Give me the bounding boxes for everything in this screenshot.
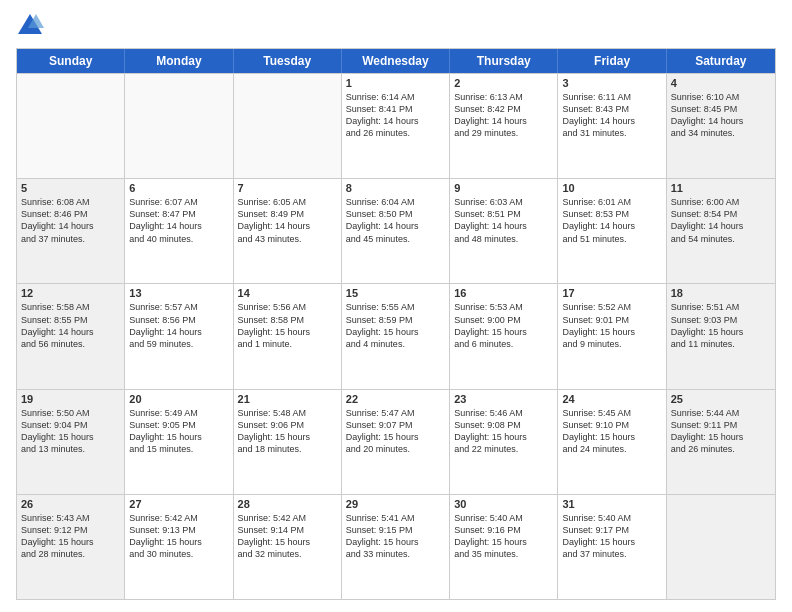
day-info: Sunrise: 6:03 AM Sunset: 8:51 PM Dayligh… [454,196,553,245]
day-cell-4: 4Sunrise: 6:10 AM Sunset: 8:45 PM Daylig… [667,74,775,178]
day-number: 10 [562,182,661,194]
day-info: Sunrise: 5:42 AM Sunset: 9:13 PM Dayligh… [129,512,228,561]
day-cell-26: 26Sunrise: 5:43 AM Sunset: 9:12 PM Dayli… [17,495,125,599]
day-cell-3: 3Sunrise: 6:11 AM Sunset: 8:43 PM Daylig… [558,74,666,178]
day-info: Sunrise: 6:01 AM Sunset: 8:53 PM Dayligh… [562,196,661,245]
day-cell-19: 19Sunrise: 5:50 AM Sunset: 9:04 PM Dayli… [17,390,125,494]
day-number: 13 [129,287,228,299]
day-info: Sunrise: 6:05 AM Sunset: 8:49 PM Dayligh… [238,196,337,245]
day-cell-15: 15Sunrise: 5:55 AM Sunset: 8:59 PM Dayli… [342,284,450,388]
day-info: Sunrise: 5:58 AM Sunset: 8:55 PM Dayligh… [21,301,120,350]
day-cell-28: 28Sunrise: 5:42 AM Sunset: 9:14 PM Dayli… [234,495,342,599]
day-cell-16: 16Sunrise: 5:53 AM Sunset: 9:00 PM Dayli… [450,284,558,388]
col-header-wednesday: Wednesday [342,49,450,73]
day-number: 25 [671,393,771,405]
day-info: Sunrise: 6:11 AM Sunset: 8:43 PM Dayligh… [562,91,661,140]
day-number: 3 [562,77,661,89]
day-cell-12: 12Sunrise: 5:58 AM Sunset: 8:55 PM Dayli… [17,284,125,388]
day-info: Sunrise: 6:07 AM Sunset: 8:47 PM Dayligh… [129,196,228,245]
day-number: 14 [238,287,337,299]
day-info: Sunrise: 5:57 AM Sunset: 8:56 PM Dayligh… [129,301,228,350]
day-info: Sunrise: 5:43 AM Sunset: 9:12 PM Dayligh… [21,512,120,561]
day-cell-13: 13Sunrise: 5:57 AM Sunset: 8:56 PM Dayli… [125,284,233,388]
day-info: Sunrise: 5:56 AM Sunset: 8:58 PM Dayligh… [238,301,337,350]
col-header-tuesday: Tuesday [234,49,342,73]
day-info: Sunrise: 5:51 AM Sunset: 9:03 PM Dayligh… [671,301,771,350]
day-number: 17 [562,287,661,299]
day-number: 29 [346,498,445,510]
day-cell-5: 5Sunrise: 6:08 AM Sunset: 8:46 PM Daylig… [17,179,125,283]
day-cell-27: 27Sunrise: 5:42 AM Sunset: 9:13 PM Dayli… [125,495,233,599]
day-cell-23: 23Sunrise: 5:46 AM Sunset: 9:08 PM Dayli… [450,390,558,494]
day-info: Sunrise: 6:10 AM Sunset: 8:45 PM Dayligh… [671,91,771,140]
day-number: 22 [346,393,445,405]
day-info: Sunrise: 5:40 AM Sunset: 9:17 PM Dayligh… [562,512,661,561]
day-info: Sunrise: 5:41 AM Sunset: 9:15 PM Dayligh… [346,512,445,561]
day-cell-31: 31Sunrise: 5:40 AM Sunset: 9:17 PM Dayli… [558,495,666,599]
day-cell-1: 1Sunrise: 6:14 AM Sunset: 8:41 PM Daylig… [342,74,450,178]
col-header-sunday: Sunday [17,49,125,73]
day-cell-8: 8Sunrise: 6:04 AM Sunset: 8:50 PM Daylig… [342,179,450,283]
day-number: 24 [562,393,661,405]
day-cell-29: 29Sunrise: 5:41 AM Sunset: 9:15 PM Dayli… [342,495,450,599]
day-cell-14: 14Sunrise: 5:56 AM Sunset: 8:58 PM Dayli… [234,284,342,388]
col-header-monday: Monday [125,49,233,73]
calendar-row-3: 19Sunrise: 5:50 AM Sunset: 9:04 PM Dayli… [17,389,775,494]
day-number: 16 [454,287,553,299]
logo-icon [16,12,44,40]
header [16,12,776,40]
day-number: 2 [454,77,553,89]
day-info: Sunrise: 5:55 AM Sunset: 8:59 PM Dayligh… [346,301,445,350]
logo [16,12,48,40]
day-number: 7 [238,182,337,194]
day-info: Sunrise: 5:45 AM Sunset: 9:10 PM Dayligh… [562,407,661,456]
day-number: 15 [346,287,445,299]
calendar-row-1: 5Sunrise: 6:08 AM Sunset: 8:46 PM Daylig… [17,178,775,283]
day-cell-24: 24Sunrise: 5:45 AM Sunset: 9:10 PM Dayli… [558,390,666,494]
day-info: Sunrise: 6:14 AM Sunset: 8:41 PM Dayligh… [346,91,445,140]
day-info: Sunrise: 5:44 AM Sunset: 9:11 PM Dayligh… [671,407,771,456]
day-cell-20: 20Sunrise: 5:49 AM Sunset: 9:05 PM Dayli… [125,390,233,494]
day-info: Sunrise: 6:13 AM Sunset: 8:42 PM Dayligh… [454,91,553,140]
day-info: Sunrise: 5:53 AM Sunset: 9:00 PM Dayligh… [454,301,553,350]
day-number: 21 [238,393,337,405]
day-number: 1 [346,77,445,89]
day-number: 5 [21,182,120,194]
empty-cell-0-0 [17,74,125,178]
calendar-header-row: SundayMondayTuesdayWednesdayThursdayFrid… [17,49,775,73]
empty-cell-0-1 [125,74,233,178]
day-info: Sunrise: 5:42 AM Sunset: 9:14 PM Dayligh… [238,512,337,561]
day-cell-11: 11Sunrise: 6:00 AM Sunset: 8:54 PM Dayli… [667,179,775,283]
empty-cell-4-6 [667,495,775,599]
day-cell-10: 10Sunrise: 6:01 AM Sunset: 8:53 PM Dayli… [558,179,666,283]
day-number: 30 [454,498,553,510]
calendar-row-2: 12Sunrise: 5:58 AM Sunset: 8:55 PM Dayli… [17,283,775,388]
day-number: 6 [129,182,228,194]
day-info: Sunrise: 5:47 AM Sunset: 9:07 PM Dayligh… [346,407,445,456]
day-info: Sunrise: 6:00 AM Sunset: 8:54 PM Dayligh… [671,196,771,245]
day-cell-21: 21Sunrise: 5:48 AM Sunset: 9:06 PM Dayli… [234,390,342,494]
day-number: 19 [21,393,120,405]
day-number: 31 [562,498,661,510]
day-cell-7: 7Sunrise: 6:05 AM Sunset: 8:49 PM Daylig… [234,179,342,283]
calendar: SundayMondayTuesdayWednesdayThursdayFrid… [16,48,776,600]
day-info: Sunrise: 6:04 AM Sunset: 8:50 PM Dayligh… [346,196,445,245]
day-number: 12 [21,287,120,299]
empty-cell-0-2 [234,74,342,178]
page: SundayMondayTuesdayWednesdayThursdayFrid… [0,0,792,612]
day-number: 23 [454,393,553,405]
day-cell-18: 18Sunrise: 5:51 AM Sunset: 9:03 PM Dayli… [667,284,775,388]
day-cell-22: 22Sunrise: 5:47 AM Sunset: 9:07 PM Dayli… [342,390,450,494]
day-number: 4 [671,77,771,89]
day-cell-9: 9Sunrise: 6:03 AM Sunset: 8:51 PM Daylig… [450,179,558,283]
day-number: 26 [21,498,120,510]
day-number: 11 [671,182,771,194]
col-header-saturday: Saturday [667,49,775,73]
day-number: 18 [671,287,771,299]
day-number: 20 [129,393,228,405]
day-info: Sunrise: 5:46 AM Sunset: 9:08 PM Dayligh… [454,407,553,456]
day-number: 8 [346,182,445,194]
day-number: 28 [238,498,337,510]
day-info: Sunrise: 6:08 AM Sunset: 8:46 PM Dayligh… [21,196,120,245]
day-info: Sunrise: 5:52 AM Sunset: 9:01 PM Dayligh… [562,301,661,350]
